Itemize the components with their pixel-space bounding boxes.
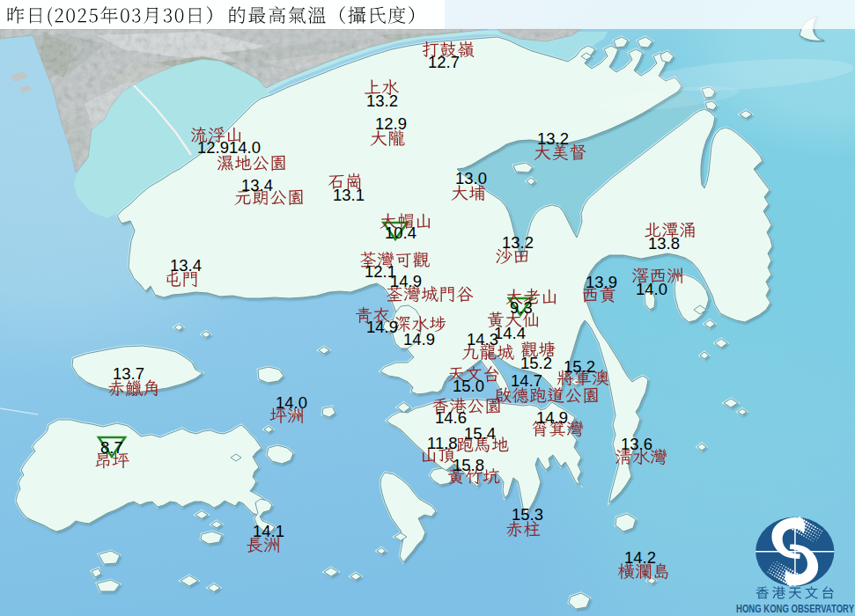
- svg-text:14.7: 14.7: [511, 371, 542, 390]
- svg-text:13.2: 13.2: [502, 233, 534, 252]
- svg-text:13.2: 13.2: [366, 92, 398, 110]
- svg-text:14.9: 14.9: [536, 408, 568, 427]
- svg-text:14.2: 14.2: [624, 548, 656, 567]
- svg-text:14.1: 14.1: [253, 522, 284, 540]
- svg-text:15.3: 15.3: [512, 505, 543, 524]
- svg-text:13.6: 13.6: [621, 435, 652, 453]
- svg-text:14.3: 14.3: [467, 330, 498, 348]
- svg-text:13.2: 13.2: [537, 129, 569, 148]
- svg-text:14.6: 14.6: [435, 408, 467, 427]
- svg-text:13.4: 13.4: [241, 176, 273, 194]
- svg-text:13.9: 13.9: [586, 273, 617, 291]
- svg-text:14.0: 14.0: [636, 280, 667, 298]
- svg-text:14.4: 14.4: [494, 324, 526, 342]
- svg-text:15.0: 15.0: [453, 377, 484, 395]
- svg-text:15.2: 15.2: [564, 357, 595, 376]
- svg-text:15.4: 15.4: [464, 424, 496, 443]
- svg-text:14.0: 14.0: [276, 393, 307, 412]
- svg-text:15.2: 15.2: [520, 354, 552, 372]
- svg-text:10.4: 10.4: [385, 224, 416, 242]
- svg-text:14.9: 14.9: [390, 272, 422, 290]
- svg-text:14.9: 14.9: [403, 330, 435, 348]
- svg-text:13.8: 13.8: [648, 234, 680, 253]
- svg-text:14.0: 14.0: [229, 138, 261, 157]
- svg-text:8.7: 8.7: [100, 438, 123, 457]
- svg-text:11.8: 11.8: [427, 434, 458, 452]
- svg-text:13.4: 13.4: [170, 256, 202, 275]
- svg-text:12.7: 12.7: [428, 53, 460, 71]
- svg-text:12.9: 12.9: [197, 138, 229, 157]
- svg-text:13.7: 13.7: [113, 364, 144, 383]
- svg-text:HONG KONG OBSERVATORY: HONG KONG OBSERVATORY: [736, 603, 854, 615]
- svg-text:15.8: 15.8: [453, 456, 484, 474]
- svg-text:9.3: 9.3: [510, 298, 533, 317]
- svg-text:12.9: 12.9: [375, 114, 407, 133]
- svg-text:14.9: 14.9: [366, 318, 398, 336]
- svg-text:13.0: 13.0: [455, 169, 487, 187]
- svg-text:13.1: 13.1: [333, 186, 365, 204]
